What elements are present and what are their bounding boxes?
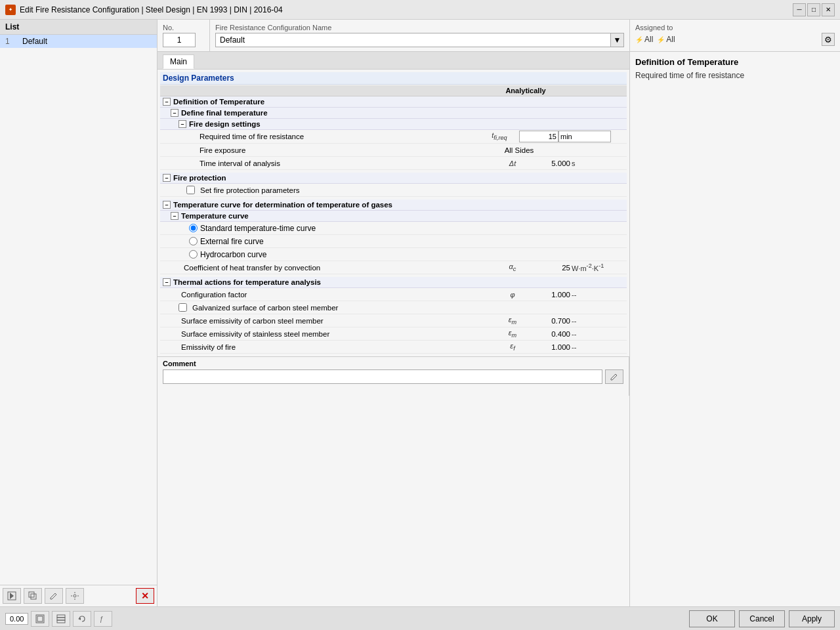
minimize-button[interactable]: ─	[793, 3, 806, 16]
emissivity-carbon-symbol: εm	[493, 316, 532, 326]
ok-button[interactable]: OK	[689, 610, 735, 627]
set-fire-protection-checkbox[interactable]	[186, 186, 195, 194]
assigned-settings-button[interactable]: ⚙	[822, 33, 835, 46]
temp-curve-section-header: – Temperature curve for determination of…	[160, 200, 627, 211]
expand-define-final-temp[interactable]: –	[171, 109, 178, 117]
expand-temp-curve[interactable]: –	[171, 212, 178, 220]
expand-definition-temp[interactable]: –	[163, 98, 171, 106]
rename-list-item-button[interactable]	[45, 588, 63, 604]
assigned-text-1: All	[644, 35, 653, 44]
config-name-arrow[interactable]: ▼	[610, 33, 623, 47]
assigned-row: ⚡ All ⚡ All ⚙	[635, 33, 835, 46]
emissivity-fire-symbol: εf	[493, 342, 532, 352]
param-row-emissivity-carbon: Surface emissivity of carbon steel membe…	[160, 314, 627, 327]
svg-rect-2	[31, 594, 36, 599]
comment-edit-button[interactable]	[605, 369, 623, 384]
config-factor-symbol: φ	[493, 291, 532, 299]
temp-curve-section-label: Temperature curve for determination of t…	[173, 201, 392, 209]
expand-fire-design-settings[interactable]: –	[178, 120, 186, 128]
fire-protection-header: – Fire protection	[160, 173, 627, 184]
comment-input[interactable]	[163, 369, 602, 384]
config-name-dropdown[interactable]: Default ▼	[215, 33, 624, 47]
required-fire-input[interactable]	[519, 131, 558, 142]
view-btn[interactable]	[31, 611, 49, 627]
time-interval-unit: s	[572, 159, 624, 167]
galvanized-checkbox[interactable]	[178, 303, 187, 312]
window-controls[interactable]: ─ □ ✕	[793, 3, 835, 16]
list-item[interactable]: 1 Default	[0, 35, 157, 48]
assigned-section: Assigned to ⚡ All ⚡ All ⚙	[630, 20, 840, 51]
expand-fire-protection[interactable]: –	[163, 174, 171, 182]
fire-protection-label: Fire protection	[173, 174, 226, 182]
no-section: No. 1	[158, 20, 210, 51]
temp-curve-label: Temperature curve	[181, 212, 249, 220]
bottom-toolbar-right: OK Cancel Apply	[689, 610, 835, 627]
fire-exposure-value: All Sides	[467, 146, 572, 154]
num-display: 0.00	[5, 613, 28, 625]
delete-list-item-button[interactable]: ✕	[136, 588, 154, 604]
param-row-set-fire-protection: Set fire protection parameters	[160, 184, 627, 197]
param-row-emissivity-fire: Emissivity of fire εf 1.000 --	[160, 341, 627, 354]
definition-temp-label: Definition of Temperature	[173, 98, 264, 106]
title-bar: ✦ Edit Fire Resistance Configuration | S…	[0, 0, 840, 20]
define-final-temp-label: Define final temperature	[181, 109, 268, 117]
info-panel-title: Definition of Temperature	[635, 57, 835, 67]
galvanized-label: Galvanized surface of carbon steel membe…	[190, 304, 624, 312]
config-name-label: Fire Resistance Configuration Name	[215, 24, 624, 32]
add-list-item-button[interactable]	[3, 588, 21, 604]
expand-temp-curve-section[interactable]: –	[163, 201, 171, 209]
fire-design-settings-header: – Fire design settings	[160, 119, 627, 130]
expand-thermal-actions[interactable]: –	[163, 278, 171, 286]
emissivity-fire-label: Emissivity of fire	[178, 343, 493, 351]
required-fire-symbol: tfi,req	[480, 131, 519, 141]
thermal-actions-label: Thermal actions for temperature analysis	[173, 278, 321, 286]
param-row-radio-standard: Standard temperature-time curve	[160, 222, 627, 235]
radio-standard-label: Standard temperature-time curve	[200, 224, 316, 233]
param-row-galvanized: Galvanized surface of carbon steel membe…	[160, 301, 627, 314]
list-item-label: Default	[22, 37, 47, 46]
table-header-row: Analytically	[160, 85, 627, 96]
th-analytically: Analytically	[480, 87, 572, 94]
emissivity-fire-unit: --	[572, 343, 624, 351]
table-btn[interactable]	[52, 611, 70, 627]
assigned-tag-2: ⚡ All	[657, 35, 675, 44]
comment-label: Comment	[163, 360, 623, 368]
left-panel: List 1 Default ✕	[0, 20, 158, 606]
emissivity-stainless-label: Surface emissivity of stainless steel me…	[178, 330, 493, 338]
param-row-time-interval: Time interval of analysis Δt 5.000 s	[160, 157, 627, 170]
radio-external[interactable]	[189, 237, 198, 245]
no-label: No.	[163, 24, 204, 32]
assigned-icon-2: ⚡	[657, 36, 665, 43]
assigned-text-2: All	[666, 35, 675, 44]
undo-btn[interactable]	[73, 611, 91, 627]
radio-standard[interactable]	[189, 224, 198, 232]
app-icon: ✦	[5, 5, 16, 15]
bottom-toolbar: 0.00 ƒ OK Cancel Apply	[0, 606, 840, 630]
duplicate-list-item-button[interactable]	[24, 588, 42, 604]
time-interval-label: Time interval of analysis	[197, 159, 493, 167]
tab-main[interactable]: Main	[163, 54, 194, 69]
formula-btn[interactable]: ƒ	[94, 611, 112, 627]
params-tree: Design Parameters Analytically –	[158, 70, 629, 356]
apply-button[interactable]: Apply	[789, 610, 835, 627]
design-parameters-label: Design Parameters	[163, 74, 234, 83]
tabs-row: Main	[158, 52, 629, 70]
fire-exposure-label: Fire exposure	[197, 146, 427, 154]
comment-input-row	[163, 369, 623, 384]
emissivity-stainless-symbol: εm	[493, 329, 532, 339]
close-button[interactable]: ✕	[822, 3, 835, 16]
radio-external-label: External fire curve	[200, 237, 264, 246]
form-panel: Main Design Parameters Analytically	[158, 52, 630, 606]
radio-hydrocarbon[interactable]	[189, 250, 198, 259]
emissivity-carbon-label: Surface emissivity of carbon steel membe…	[178, 317, 493, 325]
required-fire-unit[interactable]	[558, 131, 611, 142]
settings-list-button[interactable]	[66, 588, 84, 604]
define-final-temp-header: – Define final temperature	[160, 108, 627, 119]
main-content: Main Design Parameters Analytically	[158, 52, 840, 606]
cancel-button[interactable]: Cancel	[739, 610, 785, 627]
svg-rect-1	[29, 592, 34, 597]
maximize-button[interactable]: □	[807, 3, 820, 16]
svg-rect-6	[57, 615, 65, 618]
param-row-required-fire: Required time of fire resistance tfi,req	[160, 130, 627, 144]
no-input[interactable]: 1	[163, 33, 196, 47]
